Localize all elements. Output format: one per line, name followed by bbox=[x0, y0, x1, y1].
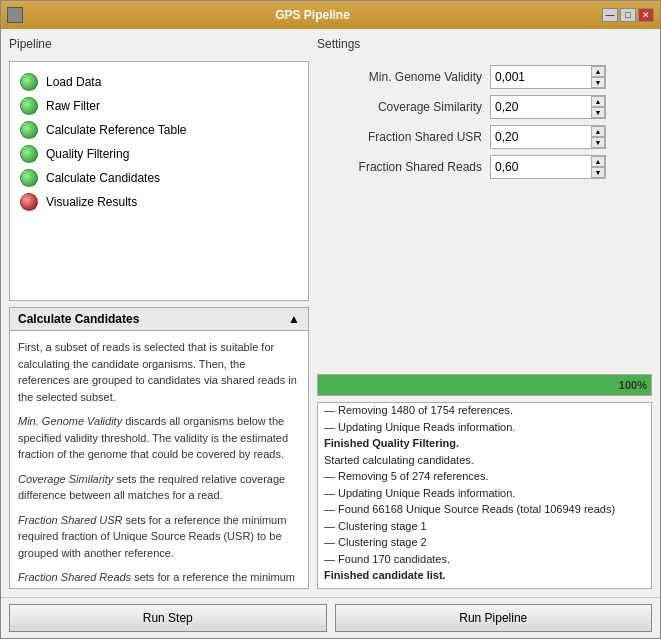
pipeline-item-load-data[interactable]: Load Data bbox=[18, 70, 300, 94]
settings-row-coverage-similarity: Coverage Similarity▲▼ bbox=[317, 95, 652, 119]
run-step-button[interactable]: Run Step bbox=[9, 604, 327, 632]
pipeline-item-visualize-results[interactable]: Visualize Results bbox=[18, 190, 300, 214]
run-pipeline-button[interactable]: Run Pipeline bbox=[335, 604, 653, 632]
settings-input-fraction-shared-usr[interactable] bbox=[491, 126, 591, 148]
spin-btns-min-genome-validity: ▲▼ bbox=[591, 66, 605, 88]
pipeline-item-calc-ref-table[interactable]: Calculate Reference Table bbox=[18, 118, 300, 142]
settings-row-fraction-shared-reads: Fraction Shared Reads▲▼ bbox=[317, 155, 652, 179]
log-box[interactable]: — Discarded 11800 reads with > 80 matche… bbox=[317, 402, 652, 589]
description-header: Calculate Candidates ▲ bbox=[10, 308, 308, 331]
pipeline-item-calc-candidates[interactable]: Calculate Candidates bbox=[18, 166, 300, 190]
minimize-button[interactable]: — bbox=[602, 8, 618, 22]
log-line-15: — Clustering stage 1 bbox=[324, 518, 645, 535]
main-content: Pipeline Load DataRaw FilterCalculate Re… bbox=[1, 29, 660, 597]
spin-down-min-genome-validity[interactable]: ▼ bbox=[591, 77, 605, 88]
log-line-14: — Found 66168 Unique Source Reads (total… bbox=[324, 501, 645, 518]
progress-label: 100% bbox=[619, 379, 647, 391]
status-dot-visualize-results bbox=[20, 193, 38, 211]
right-panel: Settings Min. Genome Validity▲▼Coverage … bbox=[317, 37, 652, 589]
settings-input-fraction-shared-reads[interactable] bbox=[491, 156, 591, 178]
pipeline-item-label-visualize-results: Visualize Results bbox=[46, 195, 137, 209]
spin-btns-coverage-similarity: ▲▼ bbox=[591, 96, 605, 118]
settings-input-coverage-similarity[interactable] bbox=[491, 96, 591, 118]
settings-label-fraction-shared-reads: Fraction Shared Reads bbox=[317, 160, 482, 174]
spin-up-min-genome-validity[interactable]: ▲ bbox=[591, 66, 605, 77]
spin-down-fraction-shared-reads[interactable]: ▼ bbox=[591, 167, 605, 178]
settings-label: Settings bbox=[317, 37, 652, 51]
status-dot-load-data bbox=[20, 73, 38, 91]
pipeline-item-quality-filtering[interactable]: Quality Filtering bbox=[18, 142, 300, 166]
left-panel: Pipeline Load DataRaw FilterCalculate Re… bbox=[9, 37, 309, 589]
title-bar: GPS Pipeline — □ ✕ bbox=[1, 1, 660, 29]
log-line-13: — Updating Unique Reads information. bbox=[324, 485, 645, 502]
spin-down-coverage-similarity[interactable]: ▼ bbox=[591, 107, 605, 118]
description-paragraph-3: Fraction Shared USR sets for a reference… bbox=[18, 512, 300, 562]
spin-btns-fraction-shared-usr: ▲▼ bbox=[591, 126, 605, 148]
settings-input-wrap-min-genome-validity: ▲▼ bbox=[490, 65, 606, 89]
close-button[interactable]: ✕ bbox=[638, 8, 654, 22]
pipeline-item-raw-filter[interactable]: Raw Filter bbox=[18, 94, 300, 118]
settings-row-min-genome-validity: Min. Genome Validity▲▼ bbox=[317, 65, 652, 89]
spin-down-fraction-shared-usr[interactable]: ▼ bbox=[591, 137, 605, 148]
log-line-16: — Clustering stage 2 bbox=[324, 534, 645, 551]
description-collapse-button[interactable]: ▲ bbox=[288, 312, 300, 326]
settings-input-wrap-fraction-shared-usr: ▲▼ bbox=[490, 125, 606, 149]
pipeline-item-label-load-data: Load Data bbox=[46, 75, 101, 89]
log-line-8: — Removing 1480 of 1754 references. bbox=[324, 402, 645, 419]
description-paragraph-1: Min. Genome Validity discards all organi… bbox=[18, 413, 300, 463]
spin-up-fraction-shared-reads[interactable]: ▲ bbox=[591, 156, 605, 167]
window-icon bbox=[7, 7, 23, 23]
settings-area: Min. Genome Validity▲▼Coverage Similarit… bbox=[317, 61, 652, 185]
window-controls: — □ ✕ bbox=[602, 8, 654, 22]
settings-label-fraction-shared-usr: Fraction Shared USR bbox=[317, 130, 482, 144]
settings-input-wrap-coverage-similarity: ▲▼ bbox=[490, 95, 606, 119]
description-content: First, a subset of reads is selected tha… bbox=[10, 331, 308, 588]
status-dot-quality-filtering bbox=[20, 145, 38, 163]
description-paragraph-0: First, a subset of reads is selected tha… bbox=[18, 339, 300, 405]
main-window: GPS Pipeline — □ ✕ Pipeline Load DataRaw… bbox=[0, 0, 661, 639]
log-line-9: — Updating Unique Reads information. bbox=[324, 419, 645, 436]
description-paragraph-2: Coverage Similarity sets the required re… bbox=[18, 471, 300, 504]
settings-row-fraction-shared-usr: Fraction Shared USR▲▼ bbox=[317, 125, 652, 149]
spin-up-coverage-similarity[interactable]: ▲ bbox=[591, 96, 605, 107]
pipeline-box: Load DataRaw FilterCalculate Reference T… bbox=[9, 61, 309, 301]
log-line-18: Finished candidate list. bbox=[324, 567, 645, 584]
settings-label-min-genome-validity: Min. Genome Validity bbox=[317, 70, 482, 84]
description-title: Calculate Candidates bbox=[18, 312, 139, 326]
settings-label-coverage-similarity: Coverage Similarity bbox=[317, 100, 482, 114]
spin-up-fraction-shared-usr[interactable]: ▲ bbox=[591, 126, 605, 137]
pipeline-label: Pipeline bbox=[9, 37, 309, 51]
settings-spacer bbox=[317, 191, 652, 368]
pipeline-item-label-calc-candidates: Calculate Candidates bbox=[46, 171, 160, 185]
progress-bar-container: 100% bbox=[317, 374, 652, 396]
bottom-bar: Run Step Run Pipeline bbox=[1, 597, 660, 638]
description-paragraph-4: Fraction Shared Reads sets for a referen… bbox=[18, 569, 300, 586]
pipeline-item-label-raw-filter: Raw Filter bbox=[46, 99, 100, 113]
status-dot-calc-ref-table bbox=[20, 121, 38, 139]
settings-input-wrap-fraction-shared-reads: ▲▼ bbox=[490, 155, 606, 179]
window-title: GPS Pipeline bbox=[23, 8, 602, 22]
pipeline-item-label-calc-ref-table: Calculate Reference Table bbox=[46, 123, 187, 137]
log-line-12: — Removing 5 of 274 references. bbox=[324, 468, 645, 485]
log-line-10: Finished Quality Filtering. bbox=[324, 435, 645, 452]
status-dot-raw-filter bbox=[20, 97, 38, 115]
maximize-button[interactable]: □ bbox=[620, 8, 636, 22]
log-line-17: — Found 170 candidates. bbox=[324, 551, 645, 568]
progress-bar-fill bbox=[318, 375, 651, 395]
spin-btns-fraction-shared-reads: ▲▼ bbox=[591, 156, 605, 178]
description-box: Calculate Candidates ▲ First, a subset o… bbox=[9, 307, 309, 589]
status-dot-calc-candidates bbox=[20, 169, 38, 187]
settings-input-min-genome-validity[interactable] bbox=[491, 66, 591, 88]
pipeline-item-label-quality-filtering: Quality Filtering bbox=[46, 147, 129, 161]
log-line-11: Started calculating candidates. bbox=[324, 452, 645, 469]
